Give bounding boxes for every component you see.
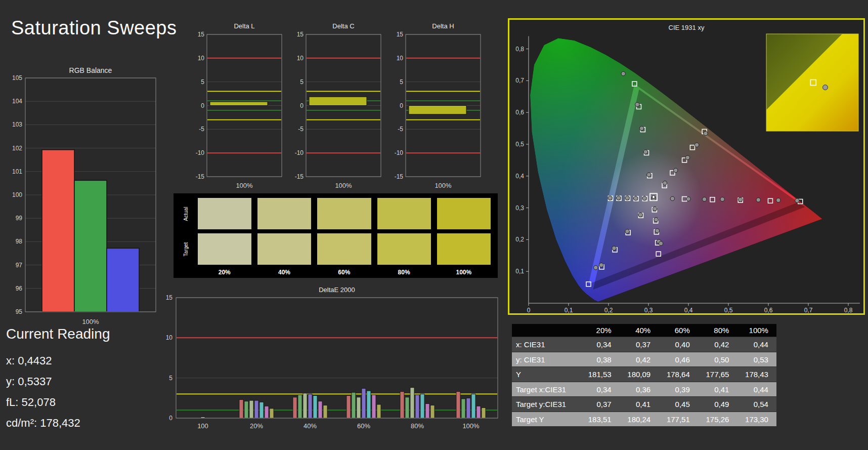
measured-point	[702, 197, 706, 201]
table-row-label: Target x:CIE31	[512, 382, 580, 397]
y-tick-label: 99	[16, 215, 23, 222]
y-tick-label: 0	[400, 102, 403, 109]
deltae-bar	[254, 400, 258, 418]
table-cell: 178,64	[659, 367, 698, 382]
y-tick-label: -10	[295, 149, 304, 156]
table-header-row: 20%40%60%80%100%	[512, 324, 776, 337]
deltae-bar	[318, 401, 322, 418]
swatch-col-label: 80%	[377, 269, 430, 276]
x-tick-label: 100%	[82, 318, 99, 325]
x-tick-label: 80%	[411, 422, 424, 430]
table-cell: 0,37	[580, 397, 620, 412]
swatch-col-label: 40%	[257, 269, 311, 276]
saturation-swatches: ActualTarget20%40%60%80%100%	[173, 193, 498, 278]
x-tick-label: 0,2	[604, 307, 613, 313]
color-swatch	[437, 233, 491, 265]
delta-c-chart: Delta C151050-5-10-15100%	[286, 20, 382, 195]
x-tick-label: 100%	[462, 422, 480, 430]
deltae-bar	[476, 406, 481, 418]
x-tick-label: 100%	[236, 182, 253, 189]
table-cell: 175,26	[698, 412, 737, 427]
y-tick-label: -5	[298, 126, 303, 133]
swatch-row-label-text: Actual	[184, 207, 189, 221]
saturation-sweeps-screen: Saturation Sweeps RGB Balance95969798991…	[0, 0, 868, 450]
color-swatch	[437, 198, 491, 229]
table-cell: 180,24	[620, 412, 659, 427]
deltae-bar	[362, 388, 366, 418]
x-tick-label: 0,4	[684, 307, 693, 313]
bar-blue	[107, 248, 139, 312]
table-cell: 180,09	[620, 367, 659, 382]
deltae-bar	[430, 405, 435, 418]
deltae-bar	[239, 400, 243, 418]
deltae-bar	[456, 392, 460, 418]
rgb-balance-chart: RGB Balance95969798991001011021031041051…	[9, 64, 161, 332]
deltae-bar	[298, 395, 302, 418]
y-tick-label: -10	[395, 149, 404, 156]
table-row: x: CIE310,340,370,400,420,44	[512, 337, 776, 352]
y-tick-label: 10	[198, 55, 205, 62]
y-tick-label: 100	[12, 191, 22, 198]
x-tick-label: 100	[197, 422, 208, 430]
measured-point	[659, 241, 663, 246]
x-tick-label: 0,5	[724, 307, 733, 313]
table-row: y: CIE310,380,420,460,500,53	[512, 352, 776, 367]
y-tick-label: 10	[166, 334, 173, 341]
y-tick-label: 103	[12, 121, 22, 128]
table-cell: 0,46	[659, 352, 698, 367]
delta-bar	[409, 106, 466, 114]
deltae-bar	[420, 394, 424, 418]
table-row-label: Target Y	[512, 412, 580, 427]
deltae-bar	[367, 391, 371, 418]
cie-inset	[766, 34, 858, 131]
table-row-label: x: CIE31	[512, 337, 580, 352]
measured-point	[663, 181, 667, 185]
y-tick-label: 0	[201, 102, 204, 109]
measured-point	[674, 168, 678, 172]
y-tick-label: 0,3	[515, 204, 524, 212]
measured-point	[635, 102, 639, 106]
swatch-col-label: 100%	[437, 269, 491, 276]
table-cell: 0,34	[580, 337, 620, 352]
measured-point	[608, 196, 612, 200]
x-tick-label: 20%	[250, 422, 263, 430]
deltae-bar	[471, 394, 475, 418]
deltae-bar	[270, 408, 274, 418]
deltae-bar	[425, 403, 429, 418]
y-tick-label: -15	[196, 173, 205, 180]
deltae-bar	[346, 396, 351, 418]
y-tick-label: 95	[16, 308, 23, 315]
color-swatch	[257, 198, 311, 229]
swatch-row-label-text: Target	[184, 242, 189, 256]
deltae-bar	[482, 407, 486, 418]
measured-point	[704, 131, 708, 135]
x-tick-label: 0,6	[764, 307, 773, 313]
y-tick-label: 0,7	[515, 77, 524, 84]
y-tick-label: 5	[300, 78, 303, 86]
y-tick-label: 96	[16, 285, 23, 292]
plot-bg	[176, 298, 498, 418]
table-cell: 0,44	[737, 337, 776, 352]
y-tick-label: 5	[201, 78, 204, 86]
table-row-label: Y	[512, 367, 580, 382]
table-cell: 183,51	[580, 412, 620, 427]
y-tick-label: 0,6	[515, 109, 524, 116]
y-tick-label: -15	[295, 173, 304, 180]
measured-point	[625, 196, 629, 200]
table-cell: 0,39	[659, 382, 698, 397]
table-row: Target x:CIE310,340,360,390,410,44	[512, 382, 776, 397]
reading-fl: fL: 52,078	[6, 392, 110, 413]
y-tick-label: 15	[166, 294, 173, 301]
table-cell: 0,36	[620, 382, 659, 397]
reading-cdm2: cd/m²: 178,432	[6, 413, 110, 433]
table-cell: 0,38	[580, 352, 620, 367]
deltae-bar	[259, 402, 264, 418]
x-tick-label: 60%	[357, 422, 370, 430]
color-swatch	[198, 233, 251, 265]
swatch-col-label: 60%	[317, 269, 371, 276]
table-cell: 0,37	[620, 337, 659, 352]
table-cell: 0,54	[737, 397, 776, 412]
table-row: Target Y183,51180,24177,51175,26173,30	[512, 412, 776, 427]
table-cell: 177,65	[698, 367, 737, 382]
deltae-bar	[303, 393, 307, 418]
